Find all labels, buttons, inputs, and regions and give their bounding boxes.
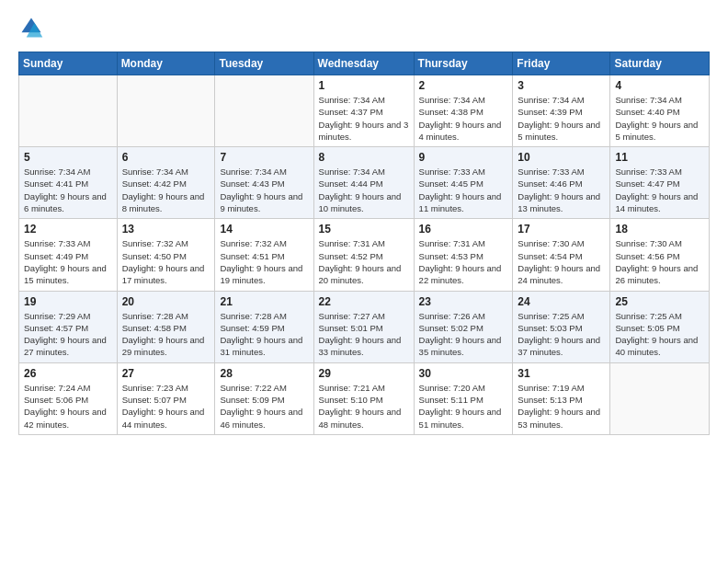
day-number: 28 [220, 367, 308, 380]
day-number: 21 [220, 295, 308, 308]
calendar-cell: 15Sunrise: 7:31 AM Sunset: 4:52 PM Dayli… [313, 219, 414, 291]
day-info: Sunrise: 7:34 AM Sunset: 4:38 PM Dayligh… [419, 94, 508, 143]
day-number: 12 [24, 223, 112, 236]
day-info: Sunrise: 7:28 AM Sunset: 4:59 PM Dayligh… [220, 310, 308, 359]
day-number: 15 [319, 223, 409, 236]
day-number: 25 [615, 295, 704, 308]
day-header-tuesday: Tuesday [215, 52, 313, 75]
day-info: Sunrise: 7:32 AM Sunset: 4:51 PM Dayligh… [220, 237, 308, 286]
day-header-wednesday: Wednesday [313, 52, 414, 75]
day-info: Sunrise: 7:27 AM Sunset: 5:01 PM Dayligh… [319, 310, 409, 359]
logo-icon [18, 15, 44, 40]
calendar-cell [117, 75, 215, 147]
day-number: 27 [122, 367, 210, 380]
day-info: Sunrise: 7:34 AM Sunset: 4:44 PM Dayligh… [319, 166, 409, 214]
calendar-week-1: 1Sunrise: 7:34 AM Sunset: 4:37 PM Daylig… [19, 75, 710, 147]
day-number: 17 [518, 223, 605, 236]
calendar-cell: 6Sunrise: 7:34 AM Sunset: 4:42 PM Daylig… [117, 147, 215, 219]
day-info: Sunrise: 7:33 AM Sunset: 4:46 PM Dayligh… [518, 166, 605, 214]
day-header-sunday: Sunday [19, 52, 118, 75]
day-number: 31 [518, 367, 605, 380]
day-info: Sunrise: 7:33 AM Sunset: 4:49 PM Dayligh… [24, 237, 112, 286]
day-number: 8 [319, 151, 409, 164]
day-info: Sunrise: 7:24 AM Sunset: 5:06 PM Dayligh… [24, 382, 112, 431]
calendar-cell: 20Sunrise: 7:28 AM Sunset: 4:58 PM Dayli… [117, 291, 215, 362]
day-number: 30 [419, 367, 508, 380]
day-info: Sunrise: 7:31 AM Sunset: 4:52 PM Dayligh… [319, 237, 409, 286]
day-number: 1 [319, 79, 409, 92]
calendar-cell: 16Sunrise: 7:31 AM Sunset: 4:53 PM Dayli… [414, 219, 513, 291]
day-info: Sunrise: 7:34 AM Sunset: 4:41 PM Dayligh… [24, 166, 112, 214]
calendar-cell: 9Sunrise: 7:33 AM Sunset: 4:45 PM Daylig… [414, 147, 513, 219]
calendar-cell: 8Sunrise: 7:34 AM Sunset: 4:44 PM Daylig… [313, 147, 414, 219]
calendar-cell: 28Sunrise: 7:22 AM Sunset: 5:09 PM Dayli… [215, 362, 313, 434]
day-info: Sunrise: 7:28 AM Sunset: 4:58 PM Dayligh… [122, 310, 210, 359]
day-number: 16 [419, 223, 508, 236]
day-header-monday: Monday [117, 52, 215, 75]
day-info: Sunrise: 7:34 AM Sunset: 4:40 PM Dayligh… [615, 94, 704, 143]
calendar-cell: 25Sunrise: 7:25 AM Sunset: 5:05 PM Dayli… [610, 291, 710, 362]
day-info: Sunrise: 7:31 AM Sunset: 4:53 PM Dayligh… [419, 237, 508, 286]
day-number: 2 [419, 79, 508, 92]
calendar-cell: 26Sunrise: 7:24 AM Sunset: 5:06 PM Dayli… [19, 362, 118, 434]
day-info: Sunrise: 7:26 AM Sunset: 5:02 PM Dayligh… [419, 310, 508, 359]
calendar-week-5: 26Sunrise: 7:24 AM Sunset: 5:06 PM Dayli… [19, 362, 710, 434]
day-header-saturday: Saturday [610, 52, 710, 75]
day-number: 18 [615, 223, 704, 236]
day-number: 26 [24, 367, 112, 380]
day-number: 19 [24, 295, 112, 308]
calendar-cell: 12Sunrise: 7:33 AM Sunset: 4:49 PM Dayli… [19, 219, 118, 291]
day-info: Sunrise: 7:30 AM Sunset: 4:56 PM Dayligh… [615, 237, 704, 286]
day-number: 22 [319, 295, 409, 308]
calendar-cell: 11Sunrise: 7:33 AM Sunset: 4:47 PM Dayli… [610, 147, 710, 219]
day-number: 11 [615, 151, 704, 164]
day-number: 5 [24, 151, 112, 164]
day-info: Sunrise: 7:33 AM Sunset: 4:45 PM Dayligh… [419, 166, 508, 214]
day-info: Sunrise: 7:25 AM Sunset: 5:05 PM Dayligh… [615, 310, 704, 359]
day-info: Sunrise: 7:22 AM Sunset: 5:09 PM Dayligh… [220, 382, 308, 431]
calendar-cell: 18Sunrise: 7:30 AM Sunset: 4:56 PM Dayli… [610, 219, 710, 291]
calendar-cell: 23Sunrise: 7:26 AM Sunset: 5:02 PM Dayli… [414, 291, 513, 362]
day-info: Sunrise: 7:34 AM Sunset: 4:37 PM Dayligh… [319, 94, 409, 143]
calendar-cell: 27Sunrise: 7:23 AM Sunset: 5:07 PM Dayli… [117, 362, 215, 434]
day-info: Sunrise: 7:21 AM Sunset: 5:10 PM Dayligh… [319, 382, 409, 431]
day-info: Sunrise: 7:30 AM Sunset: 4:54 PM Dayligh… [518, 237, 605, 286]
calendar-cell: 1Sunrise: 7:34 AM Sunset: 4:37 PM Daylig… [313, 75, 414, 147]
day-number: 24 [518, 295, 605, 308]
calendar-cell: 4Sunrise: 7:34 AM Sunset: 4:40 PM Daylig… [610, 75, 710, 147]
page: SundayMondayTuesdayWednesdayThursdayFrid… [0, 0, 728, 563]
day-info: Sunrise: 7:34 AM Sunset: 4:42 PM Dayligh… [122, 166, 210, 214]
calendar-header-row: SundayMondayTuesdayWednesdayThursdayFrid… [19, 52, 710, 75]
day-info: Sunrise: 7:32 AM Sunset: 4:50 PM Dayligh… [122, 237, 210, 286]
day-number: 20 [122, 295, 210, 308]
day-info: Sunrise: 7:23 AM Sunset: 5:07 PM Dayligh… [122, 382, 210, 431]
calendar-cell: 31Sunrise: 7:19 AM Sunset: 5:13 PM Dayli… [513, 362, 610, 434]
calendar-cell: 2Sunrise: 7:34 AM Sunset: 4:38 PM Daylig… [414, 75, 513, 147]
logo [18, 15, 48, 40]
calendar-week-4: 19Sunrise: 7:29 AM Sunset: 4:57 PM Dayli… [19, 291, 710, 362]
day-number: 7 [220, 151, 308, 164]
calendar-cell: 21Sunrise: 7:28 AM Sunset: 4:59 PM Dayli… [215, 291, 313, 362]
day-number: 6 [122, 151, 210, 164]
day-number: 4 [615, 79, 704, 92]
day-info: Sunrise: 7:29 AM Sunset: 4:57 PM Dayligh… [24, 310, 112, 359]
calendar: SundayMondayTuesdayWednesdayThursdayFrid… [18, 52, 710, 435]
calendar-cell: 17Sunrise: 7:30 AM Sunset: 4:54 PM Dayli… [513, 219, 610, 291]
day-info: Sunrise: 7:34 AM Sunset: 4:43 PM Dayligh… [220, 166, 308, 214]
calendar-cell: 19Sunrise: 7:29 AM Sunset: 4:57 PM Dayli… [19, 291, 118, 362]
day-header-thursday: Thursday [414, 52, 513, 75]
calendar-cell: 10Sunrise: 7:33 AM Sunset: 4:46 PM Dayli… [513, 147, 610, 219]
day-header-friday: Friday [513, 52, 610, 75]
calendar-cell: 30Sunrise: 7:20 AM Sunset: 5:11 PM Dayli… [414, 362, 513, 434]
day-number: 13 [122, 223, 210, 236]
calendar-cell: 3Sunrise: 7:34 AM Sunset: 4:39 PM Daylig… [513, 75, 610, 147]
day-info: Sunrise: 7:33 AM Sunset: 4:47 PM Dayligh… [615, 166, 704, 214]
calendar-cell: 13Sunrise: 7:32 AM Sunset: 4:50 PM Dayli… [117, 219, 215, 291]
day-info: Sunrise: 7:20 AM Sunset: 5:11 PM Dayligh… [419, 382, 508, 431]
calendar-cell: 5Sunrise: 7:34 AM Sunset: 4:41 PM Daylig… [19, 147, 118, 219]
day-info: Sunrise: 7:34 AM Sunset: 4:39 PM Dayligh… [518, 94, 605, 143]
day-number: 10 [518, 151, 605, 164]
calendar-week-3: 12Sunrise: 7:33 AM Sunset: 4:49 PM Dayli… [19, 219, 710, 291]
day-number: 14 [220, 223, 308, 236]
day-number: 29 [319, 367, 409, 380]
